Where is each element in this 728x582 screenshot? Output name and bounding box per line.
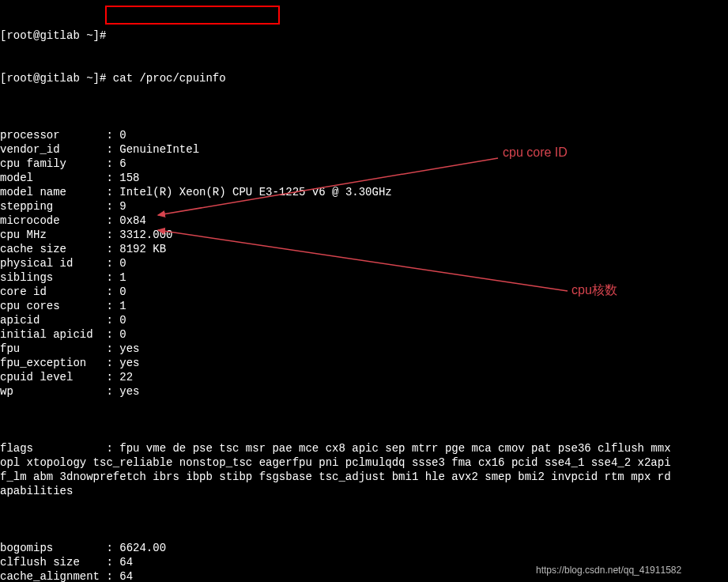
cpuinfo-row: processor : 0 [0,128,728,142]
cpuinfo-sep: : [106,285,119,299]
cpuinfo-key: model name [0,185,106,199]
cpuinfo-value: 158 [119,171,139,185]
cpuinfo-key: fpu [0,342,106,356]
cpuinfo-value: 9 [119,199,126,214]
cpuinfo-row: bogomips : 6624.00 [0,541,728,555]
cpuinfo-key: clflush size [0,555,106,569]
cpuinfo-value: 64 [119,555,133,569]
cpuinfo-key: core id [0,285,106,299]
cpuinfo-sep: : [106,356,119,370]
cpuinfo-row: fpu_exception : yes [0,356,728,370]
cpuinfo-value: 0 [119,313,126,327]
cpuinfo-sep: : [106,555,119,569]
cpuinfo-value: 1 [119,270,126,285]
shell-prompt: [root@gitlab ~]# [0,71,113,85]
cpuinfo-key: cpu MHz [0,228,106,242]
cpuinfo-value: yes [119,356,139,370]
cpuinfo-sep: : [106,384,119,399]
cpuinfo-key: stepping [0,199,106,214]
cpuinfo-sep: : [106,242,119,256]
cpuinfo-row: cpu family : 6 [0,157,728,171]
cpuinfo-sep: : [106,142,119,157]
watermark-text: https://blog.csdn.net/qq_41911582 [536,563,681,577]
cpuinfo-row: apicid : 0 [0,313,728,327]
cpuinfo-value: 0 [119,285,126,299]
cpuinfo-value: 3312.000 [119,228,172,242]
cpuinfo-row: stepping : 9 [0,199,728,214]
cpuinfo-flags-line: apabilities [0,484,728,498]
cpuinfo-key: bogomips [0,541,106,555]
cpuinfo-key: microcode [0,214,106,228]
cpuinfo-sep: : [106,171,119,185]
cpuinfo-row: vendor_id : GenuineIntel [0,142,728,157]
cpuinfo-key: processor [0,128,106,142]
cpuinfo-key: initial apicid [0,327,106,342]
cpuinfo-value: yes [119,384,139,399]
cpuinfo-sep: : [106,541,119,555]
cpuinfo-key: cpu family [0,157,106,171]
cpuinfo-key: cache_alignment [0,569,106,582]
cpuinfo-row: wp : yes [0,384,728,399]
cpuinfo-key: fpu_exception [0,356,106,370]
cpuinfo-sep: : [106,569,119,582]
cpuinfo-row: cache size : 8192 KB [0,242,728,256]
cpuinfo-key: cache size [0,242,106,256]
cpuinfo-value: 8192 KB [119,242,166,256]
cpuinfo-key: wp [0,384,106,399]
cpuinfo-sep: : [106,199,119,214]
cpuinfo-sep: : [106,214,119,228]
cpuinfo-sep: : [106,327,119,342]
command-line[interactable]: [root@gitlab ~]# cat /proc/cpuinfo [0,71,728,85]
prev-prompt: [root@gitlab ~]# [0,28,106,43]
cpuinfo-value: 6624.00 [119,541,166,555]
cpuinfo-key: siblings [0,270,106,285]
cpuinfo-sep: : [106,370,119,384]
cpuinfo-key: cpu cores [0,299,106,313]
cpuinfo-row: physical id : 0 [0,256,728,270]
cpuinfo-sep: : [106,157,119,171]
cpuinfo-value: 0x84 [119,214,146,228]
cpuinfo-key: model [0,171,106,185]
cpuinfo-row: cpuid level : 22 [0,370,728,384]
cpuinfo-value: yes [119,342,139,356]
cpuinfo-flags-line: flags : fpu vme de pse tsc msr pae mce c… [0,441,728,455]
cpuinfo-row: initial apicid : 0 [0,327,728,342]
cpuinfo-row: microcode : 0x84 [0,214,728,228]
annotation-core-id: cpu core ID [503,146,568,160]
cpuinfo-row: model name : Intel(R) Xeon(R) CPU E3-122… [0,185,728,199]
cpuinfo-sep: : [106,228,119,242]
cpuinfo-row: cpu cores : 1 [0,299,728,313]
cpuinfo-sep: : [106,185,119,199]
cpuinfo-key: cpuid level [0,370,106,384]
cpuinfo-key: vendor_id [0,142,106,157]
cpuinfo-row: fpu : yes [0,342,728,356]
cpuinfo-flags-line: f_lm abm 3dnowprefetch ibrs ibpb stibp f… [0,470,728,484]
cpuinfo-value: 0 [119,327,126,342]
cpuinfo-sep: : [106,256,119,270]
cpuinfo-sep: : [106,342,119,356]
cpuinfo-row: model : 158 [0,171,728,185]
cpuinfo-value: 64 [119,569,133,582]
terminal-output[interactable]: [root@gitlab ~]# [root@gitlab ~]# cat /p… [0,0,728,582]
cpuinfo-value: GenuineIntel [119,142,199,157]
cpuinfo-key: physical id [0,256,106,270]
cpuinfo-value: 0 [119,128,126,142]
cpuinfo-sep: : [106,270,119,285]
cpuinfo-sep: : [106,299,119,313]
cpuinfo-row: cpu MHz : 3312.000 [0,228,728,242]
cpuinfo-value: 1 [119,299,126,313]
annotation-cpu-cores: cpu核数 [571,283,617,297]
cpuinfo-row: core id : 0 [0,285,728,299]
cpuinfo-row: siblings : 1 [0,270,728,285]
cpuinfo-value: Intel(R) Xeon(R) CPU E3-1225 v6 @ 3.30GH… [119,185,391,199]
cpuinfo-sep: : [106,128,119,142]
cpuinfo-value: 22 [119,370,133,384]
cpuinfo-value: 0 [119,256,126,270]
cpuinfo-key: apicid [0,313,106,327]
cpuinfo-sep: : [106,313,119,327]
cpuinfo-flags-line: opl xtopology tsc_reliable nonstop_tsc e… [0,455,728,470]
shell-command: cat /proc/cpuinfo [113,71,226,85]
cpuinfo-value: 6 [119,157,126,171]
